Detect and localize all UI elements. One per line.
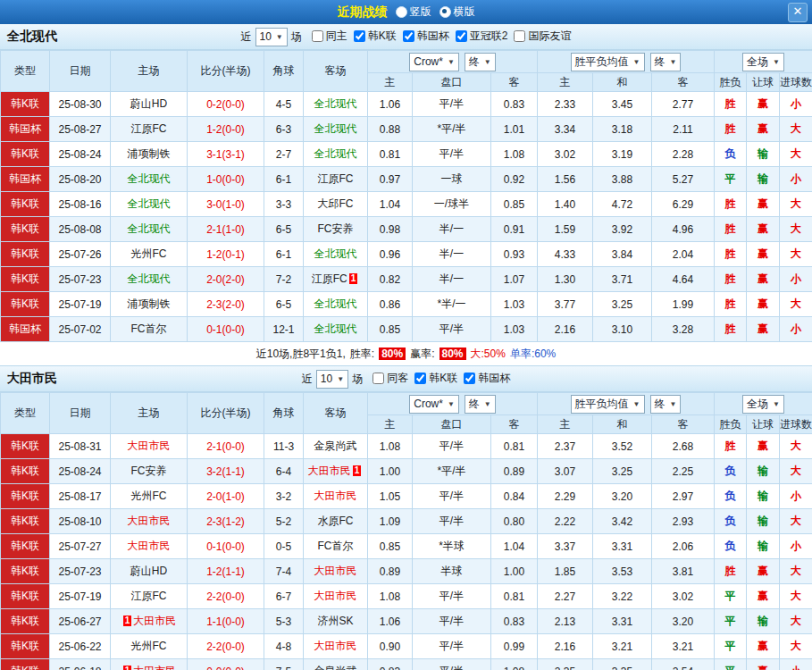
- odds-away: 1.08: [491, 659, 538, 670]
- away-team[interactable]: 全北现代: [304, 317, 368, 342]
- away-team[interactable]: 大邱FC: [304, 192, 368, 217]
- league-type-cell[interactable]: 韩K联: [1, 434, 50, 459]
- home-team[interactable]: 蔚山HD: [111, 559, 188, 584]
- away-team[interactable]: 金泉尚武: [304, 434, 368, 459]
- avg-home: 4.33: [538, 242, 593, 267]
- away-team[interactable]: 水原FC: [304, 509, 368, 534]
- match-count-select[interactable]: 10 ▼: [255, 28, 288, 46]
- match-date: 25-07-27: [50, 534, 111, 559]
- avg-select[interactable]: 胜平负均值▼: [571, 53, 645, 71]
- league-type-cell[interactable]: 韩国杯: [1, 167, 50, 192]
- filter-checkbox[interactable]: [414, 373, 426, 384]
- home-team[interactable]: 光州FC: [111, 634, 188, 659]
- league-type-cell[interactable]: 韩K联: [1, 192, 50, 217]
- radio-selected-icon[interactable]: [439, 6, 451, 18]
- handicap-result: 赢: [747, 584, 780, 609]
- away-team[interactable]: 大田市民: [304, 484, 368, 509]
- away-team[interactable]: FC首尔: [304, 534, 368, 559]
- away-team[interactable]: 江原FC1: [304, 267, 368, 292]
- filter-checkbox[interactable]: [464, 373, 475, 384]
- filter-checkbox[interactable]: [354, 30, 365, 42]
- bookmaker-select[interactable]: Crow*▼: [409, 53, 459, 71]
- competition-filter[interactable]: 韩K联: [354, 29, 397, 44]
- home-team[interactable]: 光州FC: [111, 242, 188, 267]
- league-type-cell[interactable]: 韩K联: [1, 459, 50, 484]
- home-team[interactable]: 1大田市民: [111, 609, 188, 634]
- match-count-select[interactable]: 10 ▼: [316, 370, 348, 389]
- league-type-cell[interactable]: 韩K联: [1, 609, 50, 634]
- avg-final-select[interactable]: 终▼: [650, 395, 682, 414]
- odds-final-select[interactable]: 终▼: [465, 395, 496, 414]
- home-team[interactable]: 大田市民: [111, 434, 188, 459]
- home-team[interactable]: 大田市民: [111, 534, 188, 559]
- away-team[interactable]: 全北现代: [304, 92, 368, 117]
- home-team[interactable]: 全北现代: [111, 192, 188, 217]
- away-team[interactable]: 江原FC: [304, 167, 368, 192]
- league-type-cell[interactable]: 韩K联: [1, 242, 50, 267]
- home-team[interactable]: FC安养: [111, 459, 188, 484]
- layout-option-horizontal[interactable]: 横版: [439, 4, 475, 20]
- radio-unselected-icon[interactable]: [396, 6, 407, 18]
- home-team[interactable]: 蔚山HD: [111, 92, 188, 117]
- home-team[interactable]: 江原FC: [111, 584, 188, 609]
- home-team[interactable]: 1大田市民: [111, 659, 188, 670]
- select-value: 全场: [747, 397, 768, 412]
- league-type-cell[interactable]: 韩K联: [1, 142, 50, 167]
- home-team[interactable]: 光州FC: [111, 484, 188, 509]
- home-team[interactable]: 大田市民: [111, 509, 188, 534]
- home-team[interactable]: 浦项制铁: [111, 292, 188, 317]
- away-team[interactable]: 大田市民: [304, 584, 368, 609]
- league-type-cell[interactable]: 韩K联: [1, 267, 50, 292]
- filter-checkbox[interactable]: [456, 30, 467, 42]
- league-type-cell[interactable]: 韩K联: [1, 634, 50, 659]
- league-type-cell[interactable]: 韩K联: [1, 292, 50, 317]
- home-team[interactable]: 浦项制铁: [111, 142, 188, 167]
- avg-select[interactable]: 胜平负均值▼: [571, 395, 645, 414]
- home-team[interactable]: FC首尔: [111, 317, 188, 342]
- league-type-cell[interactable]: 韩K联: [1, 484, 50, 509]
- scope-select[interactable]: 全场▼: [742, 53, 784, 71]
- away-team[interactable]: 全北现代: [304, 242, 368, 267]
- layout-option-vertical[interactable]: 竖版: [396, 4, 431, 20]
- away-team[interactable]: FC安养: [304, 217, 368, 242]
- away-team[interactable]: 大田市民: [304, 559, 368, 584]
- filter-checkbox[interactable]: [514, 30, 525, 42]
- home-team[interactable]: 全北现代: [111, 267, 188, 292]
- league-type-cell[interactable]: 韩K联: [1, 217, 50, 242]
- league-type-cell[interactable]: 韩K联: [1, 584, 50, 609]
- away-team[interactable]: 全北现代: [304, 292, 368, 317]
- away-team[interactable]: 大田市民1: [304, 459, 368, 484]
- league-type-cell[interactable]: 韩国杯: [1, 117, 50, 142]
- filter-checkbox[interactable]: [403, 30, 414, 42]
- away-team[interactable]: 大田市民: [304, 634, 368, 659]
- competition-filter[interactable]: 同主: [312, 29, 347, 44]
- competition-filter[interactable]: 亚冠联2: [456, 29, 508, 44]
- away-team[interactable]: 济州SK: [304, 609, 368, 634]
- league-type-cell[interactable]: 韩K联: [1, 92, 50, 117]
- league-type-cell[interactable]: 韩国杯: [1, 317, 50, 342]
- filter-checkbox[interactable]: [312, 30, 323, 42]
- odds-home: 0.85: [368, 317, 413, 342]
- league-type-cell[interactable]: 韩K联: [1, 534, 50, 559]
- filter-checkbox[interactable]: [373, 373, 384, 384]
- odds-away: 0.85: [491, 192, 538, 217]
- home-team[interactable]: 江原FC: [111, 117, 188, 142]
- odds-final-select[interactable]: 终▼: [465, 53, 496, 71]
- away-team[interactable]: 金泉尚武: [304, 659, 368, 670]
- bookmaker-select[interactable]: Crow*▼: [409, 395, 459, 414]
- competition-filter[interactable]: 韩国杯: [403, 29, 449, 44]
- competition-filter[interactable]: 韩国杯: [464, 371, 510, 386]
- competition-filter[interactable]: 同客: [373, 371, 408, 386]
- scope-select[interactable]: 全场▼: [742, 395, 784, 414]
- competition-filter[interactable]: 国际友谊: [514, 29, 571, 44]
- home-team[interactable]: 全北现代: [111, 167, 188, 192]
- close-icon[interactable]: ✕: [788, 3, 808, 22]
- competition-filter[interactable]: 韩K联: [414, 371, 457, 386]
- away-team[interactable]: 全北现代: [304, 117, 368, 142]
- home-team[interactable]: 全北现代: [111, 217, 188, 242]
- away-team[interactable]: 全北现代: [304, 142, 368, 167]
- avg-final-select[interactable]: 终▼: [650, 53, 682, 71]
- league-type-cell[interactable]: 韩K联: [1, 659, 50, 670]
- league-type-cell[interactable]: 韩K联: [1, 509, 50, 534]
- league-type-cell[interactable]: 韩K联: [1, 559, 50, 584]
